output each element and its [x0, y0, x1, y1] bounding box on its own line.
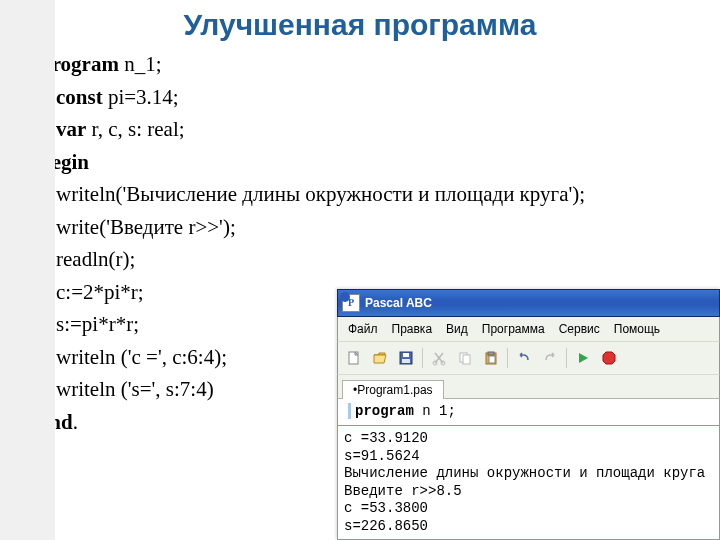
undo-button[interactable]: [512, 346, 536, 370]
redo-button[interactable]: [538, 346, 562, 370]
kw-const: const: [56, 85, 103, 109]
editor-tab[interactable]: •Program1.pas: [342, 380, 444, 399]
stop-icon: [601, 350, 617, 366]
left-stripe: [0, 0, 55, 540]
save-button[interactable]: [394, 346, 418, 370]
menu-service[interactable]: Сервис: [553, 320, 606, 338]
undo-icon: [516, 350, 532, 366]
paste-button[interactable]: [479, 346, 503, 370]
new-file-button[interactable]: [342, 346, 366, 370]
code-line: writeln('Вычисление длины окружности и п…: [40, 178, 585, 211]
app-icon: P: [342, 294, 360, 312]
code-line: writeln ('s=', s:7:4): [40, 373, 214, 406]
toolbar-separator: [422, 348, 423, 368]
svg-rect-7: [463, 355, 470, 364]
menu-edit[interactable]: Правка: [386, 320, 439, 338]
paste-clipboard-icon: [483, 350, 499, 366]
window-titlebar[interactable]: P Pascal ABC: [337, 289, 720, 317]
kw-var: var: [56, 117, 86, 141]
toolbar: [337, 341, 720, 374]
code-text: .: [73, 410, 78, 434]
save-floppy-icon: [398, 350, 414, 366]
pascal-abc-window: P Pascal ABC Файл Правка Вид Программа С…: [337, 289, 720, 540]
code-line: c:=2*pi*r;: [40, 276, 144, 309]
code-text: n_1;: [119, 52, 162, 76]
svg-rect-10: [488, 352, 494, 355]
menu-help[interactable]: Помощь: [608, 320, 666, 338]
toolbar-separator: [566, 348, 567, 368]
editor-text: n 1;: [414, 403, 456, 419]
copy-icon: [457, 350, 473, 366]
scissors-icon: [431, 350, 447, 366]
output-console[interactable]: c =33.9120 s=91.5624 Вычисление длины ок…: [337, 426, 720, 540]
code-text: r, c, s: real;: [86, 117, 184, 141]
page-title: Улучшенная программа: [0, 0, 720, 48]
tab-bar: •Program1.pas: [337, 374, 720, 398]
svg-rect-3: [402, 359, 410, 363]
code-line: writeln ('c =', с:6:4);: [40, 341, 227, 374]
open-file-button[interactable]: [368, 346, 392, 370]
play-icon: [575, 350, 591, 366]
svg-rect-9: [489, 356, 495, 363]
stop-button[interactable]: [597, 346, 621, 370]
code-text: pi=3.14;: [103, 85, 179, 109]
new-file-icon: [346, 350, 362, 366]
open-folder-icon: [372, 350, 388, 366]
toolbar-separator: [507, 348, 508, 368]
cut-button[interactable]: [427, 346, 451, 370]
menu-file[interactable]: Файл: [342, 320, 384, 338]
menu-program[interactable]: Программа: [476, 320, 551, 338]
window-title: Pascal ABC: [365, 296, 432, 310]
editor-keyword: program: [355, 403, 414, 419]
menu-bar: Файл Правка Вид Программа Сервис Помощь: [337, 317, 720, 341]
code-line: write('Введите r>>');: [40, 211, 236, 244]
copy-button[interactable]: [453, 346, 477, 370]
run-button[interactable]: [571, 346, 595, 370]
svg-rect-2: [403, 353, 409, 357]
redo-icon: [542, 350, 558, 366]
menu-view[interactable]: Вид: [440, 320, 474, 338]
code-editor[interactable]: program n 1;: [337, 398, 720, 426]
